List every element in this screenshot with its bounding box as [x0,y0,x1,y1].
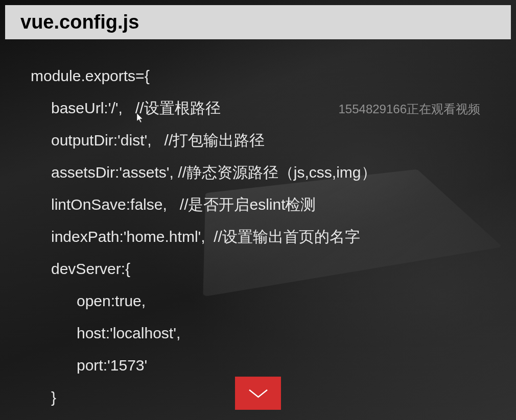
video-watermark: 1554829166正在观看视频 [339,101,480,117]
chevron-down-icon [247,386,270,401]
code-line: lintOnSave:false, //是否开启eslint检测 [31,188,485,220]
code-line: devServer:{ [31,253,485,285]
slide-title: vue.config.js [20,11,496,33]
code-line: } [31,413,485,420]
code-line: open:true, [31,285,485,317]
code-line: assetsDir:'assets', //静态资源路径（js,css,img） [31,156,485,188]
code-content: module.exports={ baseUrl:'/', //设置根路径 ou… [0,39,516,420]
code-line: indexPath:'home.html', //设置输出首页的名字 [31,220,485,253]
code-line: outputDir:'dist', //打包输出路径 [31,124,485,156]
code-line: module.exports={ [31,60,485,92]
slide-title-bar: vue.config.js [5,5,511,39]
code-line: host:'localhost', [31,317,485,349]
scroll-down-button[interactable] [235,377,281,410]
mouse-cursor-icon [137,113,144,123]
